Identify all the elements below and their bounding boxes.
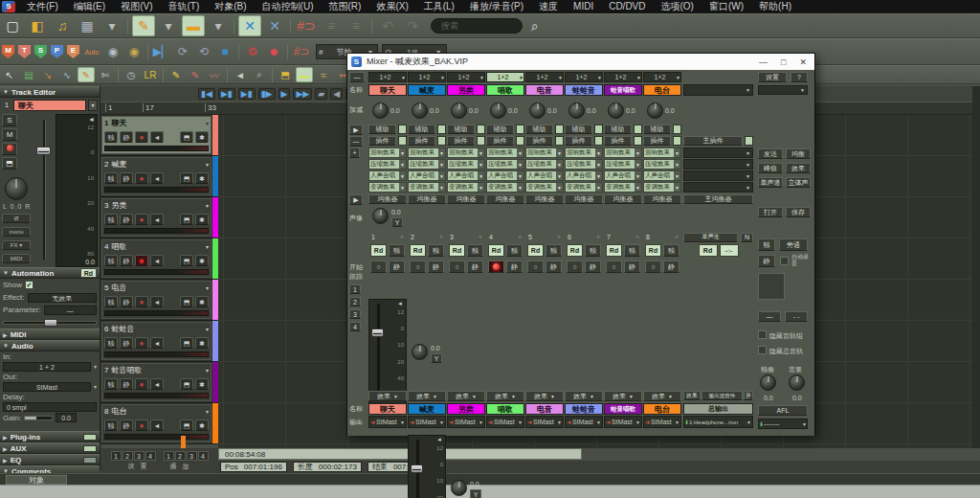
channel-name[interactable]: 电台 (643, 403, 681, 415)
aux-led[interactable] (398, 124, 407, 134)
track-dropdown-icon[interactable]: ▾ (206, 367, 209, 374)
solo-button[interactable]: 独 (389, 244, 405, 257)
volume-fader[interactable] (36, 114, 52, 267)
aux-led[interactable] (477, 124, 485, 134)
plugin-led[interactable] (516, 136, 524, 146)
redo-icon[interactable]: ↷ (401, 15, 424, 36)
menu-item[interactable]: 选项(O) (654, 0, 702, 13)
menu-item[interactable]: 播放/录音(P) (462, 0, 531, 13)
marker-s-badge[interactable]: S (34, 45, 47, 58)
cd-icon[interactable]: ◉ (103, 43, 122, 60)
automation-slider[interactable] (0, 316, 100, 328)
save-dropdown-icon[interactable]: ▾ (100, 15, 123, 36)
marker-e-badge[interactable]: E (67, 45, 79, 58)
plugin-slot[interactable]: 压缩效果▼ (525, 159, 564, 170)
fx-view-button[interactable]: 效果 (786, 163, 811, 173)
master-plugin-slot[interactable]: ▼ (683, 170, 753, 181)
channel-name[interactable]: 另类 (447, 84, 485, 96)
plugin-button[interactable]: 插件 (604, 136, 632, 146)
channel-name[interactable]: 唱歌 (486, 403, 524, 415)
search-input[interactable]: 搜索 (431, 18, 523, 34)
plugin-led[interactable] (437, 136, 446, 146)
aux-button[interactable]: 辅助 (408, 124, 435, 134)
monitor-output-select[interactable]: ⬇ ------- ▼ (758, 419, 808, 429)
automation-read-button[interactable]: Rd (370, 244, 387, 257)
speaker-tool-icon[interactable]: ◄ (232, 67, 249, 82)
automation-read-button[interactable]: Rd (80, 268, 97, 278)
eq-button[interactable]: 均衡器 (565, 194, 603, 204)
aux-button[interactable]: 辅助 (486, 124, 514, 134)
split-tool-icon[interactable]: ✄ (97, 67, 114, 82)
track-fx-button[interactable]: ✱ (195, 378, 209, 390)
transport-icon[interactable]: ▮◀ (198, 88, 215, 100)
track-fx-button[interactable]: ✱ (195, 337, 209, 349)
solo-button[interactable]: 独 (506, 244, 523, 257)
marker-p-badge[interactable]: P (51, 45, 63, 58)
plugin-slot[interactable]: 人声合唱▼ (447, 170, 485, 181)
plugin-slot[interactable]: 压缩效果▼ (604, 159, 642, 170)
plugin-slot[interactable]: 人声合唱▼ (565, 170, 603, 181)
object-mode-dropdown-icon[interactable]: ▾ (157, 15, 180, 36)
plugin-button[interactable]: 插件 (486, 136, 514, 146)
master-mono-button[interactable]: 单声道 (683, 233, 738, 242)
track-solo-button[interactable]: 独 (104, 172, 118, 184)
track-row[interactable]: 6蛙蛙音▾独静●◄⬒✱ (100, 321, 218, 362)
minimize-button[interactable]: — (759, 57, 768, 67)
link-group-button[interactable]: 3 (349, 309, 361, 319)
menu-item[interactable]: 效果(X) (368, 0, 415, 13)
track-row[interactable]: 4唱歌▾独静●◄⬒✱ (100, 238, 218, 280)
track-mute-button[interactable]: 静 (120, 419, 133, 431)
track-row[interactable]: 3另类▾独静●◄⬒✱ (100, 197, 218, 238)
master-solo-button[interactable]: 独 (758, 238, 775, 251)
channel-input-select[interactable]: 1+2▼ (368, 72, 407, 82)
record-ready-button[interactable]: ○ (567, 260, 583, 273)
plugin-slot[interactable]: 人声合唱▼ (408, 170, 446, 181)
mute-button[interactable]: 静 (663, 260, 679, 273)
master-fx-button[interactable]: 效果 (683, 391, 701, 400)
solo-knob[interactable] (760, 374, 776, 391)
channel-input-select[interactable]: 1+2▼ (408, 72, 446, 82)
fader-handle[interactable] (411, 464, 423, 473)
plugin-slot[interactable]: 变调效果▼ (604, 182, 642, 192)
scrollbar-strip[interactable] (972, 86, 980, 448)
solo-button[interactable]: 独 (585, 244, 601, 257)
move-tool-icon[interactable]: ↘ (39, 67, 56, 82)
mute-button[interactable]: 静 (624, 260, 640, 273)
plugin-slot[interactable]: 压缩效果▼ (565, 159, 603, 170)
stop-icon[interactable]: ■ (215, 43, 234, 60)
midi-button[interactable]: MIDI (2, 254, 31, 263)
aux-led[interactable] (634, 124, 642, 134)
track-lock-button[interactable]: ⬒ (180, 296, 193, 307)
record-ready-button[interactable]: ○ (410, 260, 426, 273)
mute-button[interactable]: 静 (467, 260, 483, 273)
plugin-slot[interactable]: 人声合唱▼ (525, 170, 564, 181)
plugin-slot[interactable]: 混响效果▼ (447, 147, 485, 158)
track-mute-button[interactable]: 静 (120, 296, 133, 307)
plugin-slot[interactable]: 压缩效果▼ (643, 159, 681, 170)
gain-knob[interactable] (451, 102, 467, 119)
channel-fx-select[interactable]: 效果▼ (565, 391, 603, 401)
link-group-button[interactable]: 4 (349, 322, 361, 331)
cursor-tool-icon[interactable]: ↖ (1, 67, 18, 82)
track-record-button[interactable]: ● (135, 255, 148, 266)
plugin-slot[interactable]: 混响效果▼ (643, 147, 681, 158)
record-ready-button[interactable] (488, 260, 504, 273)
track-monitor-button[interactable]: ◄ (150, 337, 164, 349)
aux-button[interactable]: 辅助 (525, 124, 553, 134)
pan-y-button[interactable]: Y (431, 353, 442, 363)
track-monitor-button[interactable]: ◄ (150, 131, 164, 143)
channel-output-select[interactable]: ➜StMast▼ (565, 416, 603, 428)
record-icon[interactable]: ● (264, 43, 283, 60)
settings-gear-icon[interactable]: ⚙ (243, 43, 262, 60)
master-link-button[interactable]: -○- (720, 244, 739, 257)
audio-in-select[interactable]: 1 + 2 (3, 362, 91, 372)
object-mode-icon[interactable]: ✎ (132, 15, 155, 36)
mixer-settings-button[interactable]: 设置 (758, 72, 787, 82)
marker-t-badge[interactable]: T (18, 45, 31, 58)
channel-plus[interactable]: + (439, 234, 443, 240)
track-editor-header[interactable]: ▼ Track Editor (0, 86, 100, 98)
channel-name[interactable]: 聊天 (368, 403, 407, 415)
menu-item[interactable]: 自动控制(U) (255, 0, 322, 13)
plugin-led[interactable] (673, 136, 681, 146)
track-row[interactable]: 2喊麦▾独静●◄⬒✱ (100, 156, 218, 197)
